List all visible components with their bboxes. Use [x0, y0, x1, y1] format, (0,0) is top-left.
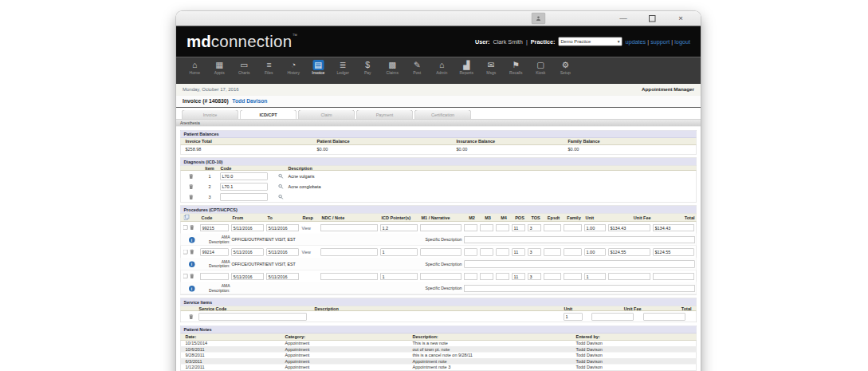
info-icon[interactable]: i: [189, 237, 195, 243]
procedure-to-date-input[interactable]: [267, 224, 299, 231]
m1-narrative-input[interactable]: [421, 273, 461, 280]
tab-invoice[interactable]: Invoice: [182, 110, 238, 120]
toolbar-item-history[interactable]: ◔ History: [282, 60, 305, 75]
unit-input[interactable]: [585, 273, 606, 280]
tos-input[interactable]: [528, 273, 541, 280]
toolbar-item-claims[interactable]: ▩ Claims: [381, 60, 404, 75]
m1-narrative-input[interactable]: [421, 248, 461, 255]
m2-input[interactable]: [465, 248, 477, 255]
tab-icd-cpt[interactable]: ICD/CPT: [240, 110, 297, 120]
procedure-from-date-input[interactable]: [232, 248, 264, 255]
appointment-manager-link[interactable]: Appointment Manager: [642, 87, 694, 93]
anesthesia-bar[interactable]: Anesthesia: [176, 119, 701, 127]
m2-input[interactable]: [465, 273, 477, 280]
tos-input[interactable]: [528, 248, 541, 255]
search-icon[interactable]: [278, 195, 284, 200]
resp-view-link[interactable]: View: [302, 226, 311, 231]
family-input[interactable]: [564, 273, 582, 280]
practice-select[interactable]: Demo Practice ▾: [558, 37, 622, 46]
copy-icon[interactable]: [184, 215, 190, 221]
toolbar-item-invoice[interactable]: ▤ Invoice: [307, 60, 330, 75]
trash-icon[interactable]: [190, 249, 195, 255]
toolbar-item-reports[interactable]: ▟ Reports: [455, 60, 478, 75]
toolbar-item-home[interactable]: ⌂ Home: [183, 60, 206, 75]
info-icon[interactable]: i: [189, 286, 195, 292]
pos-input[interactable]: [513, 224, 525, 231]
m1-narrative-input[interactable]: [421, 224, 461, 231]
epsdt-input[interactable]: [544, 224, 561, 231]
procedure-to-date-input[interactable]: [267, 248, 299, 255]
header-link-support[interactable]: support: [650, 38, 670, 45]
unit-input[interactable]: [585, 248, 606, 255]
procedure-checkbox[interactable]: [183, 274, 188, 278]
toolbar-item-ledger[interactable]: ≣ Ledger: [332, 60, 355, 75]
procedure-checkbox[interactable]: [183, 250, 188, 255]
icd-pointer-input[interactable]: [381, 248, 418, 255]
ndc-note-input[interactable]: [321, 273, 378, 280]
tab-payment[interactable]: Payment: [356, 110, 413, 120]
header-link-logout[interactable]: logout: [674, 38, 690, 45]
m4-input[interactable]: [497, 273, 509, 280]
trash-icon[interactable]: [188, 173, 194, 179]
toolbar-item-msgs[interactable]: ✉ Msgs: [480, 60, 503, 75]
restore-button[interactable]: [646, 14, 658, 24]
tab-claim[interactable]: Claim: [298, 110, 355, 120]
patient-note-row[interactable]: 10/6/2011 Appointment out of town pt. no…: [181, 346, 697, 353]
minimize-button[interactable]: —: [617, 14, 630, 24]
trash-icon[interactable]: [188, 314, 194, 320]
epsdt-input[interactable]: [544, 273, 561, 280]
procedure-code-input[interactable]: [201, 224, 229, 231]
specific-description-input[interactable]: [465, 260, 695, 267]
m4-input[interactable]: [497, 248, 509, 255]
patient-note-row[interactable]: 9/28/2011 Appointment this is a cancel n…: [181, 353, 697, 359]
procedure-to-date-input[interactable]: [267, 273, 299, 280]
service-unit-fee-input[interactable]: [592, 314, 634, 321]
procedure-checkbox[interactable]: [183, 225, 188, 230]
tab-certification[interactable]: Certification: [414, 110, 471, 120]
toolbar-item-recalls[interactable]: ⚑ Recalls: [505, 60, 528, 75]
procedure-code-input[interactable]: [201, 273, 229, 280]
trash-icon[interactable]: [188, 194, 194, 199]
patient-name-link[interactable]: Todd Davison: [232, 98, 267, 105]
patient-note-row[interactable]: 6/3/2011 Appointment Appointment note To…: [181, 358, 697, 365]
diagnosis-code-input[interactable]: [221, 193, 268, 200]
unit-input[interactable]: [585, 224, 606, 231]
icd-pointer-input[interactable]: [381, 224, 418, 231]
search-icon[interactable]: [278, 174, 284, 180]
search-icon[interactable]: [278, 184, 284, 190]
diagnosis-code-input[interactable]: [221, 183, 268, 190]
header-link-updates[interactable]: updates: [625, 38, 646, 45]
total-input[interactable]: [654, 224, 694, 231]
epsdt-input[interactable]: [544, 248, 561, 255]
close-button[interactable]: ×: [674, 14, 687, 24]
toolbar-item-files[interactable]: ≡ Files: [257, 60, 281, 75]
trash-icon[interactable]: [190, 225, 195, 231]
specific-description-input[interactable]: [465, 236, 695, 243]
resp-view-link[interactable]: View: [302, 250, 311, 255]
ndc-note-input[interactable]: [321, 248, 378, 255]
toolbar-item-post[interactable]: ✎ Post: [406, 60, 429, 75]
trash-icon[interactable]: [190, 274, 195, 279]
ndc-note-input[interactable]: [321, 224, 378, 231]
unit-fee-input[interactable]: [609, 224, 650, 231]
icd-pointer-input[interactable]: [381, 273, 418, 280]
total-input[interactable]: [654, 248, 694, 255]
procedure-from-date-input[interactable]: [232, 273, 264, 280]
service-unit-input[interactable]: [564, 314, 583, 321]
family-input[interactable]: [564, 224, 582, 231]
m3-input[interactable]: [481, 273, 493, 280]
patient-note-row[interactable]: 10/15/2014 Appointment This is a new not…: [181, 341, 697, 347]
toolbar-item-setup[interactable]: ⚙ Setup: [554, 60, 577, 75]
m4-input[interactable]: [497, 224, 509, 231]
family-input[interactable]: [564, 248, 582, 255]
unit-fee-input[interactable]: [609, 273, 650, 280]
m3-input[interactable]: [481, 248, 493, 255]
total-input[interactable]: [654, 273, 694, 280]
patient-note-row[interactable]: 1/12/2011 Appointment Appointment note 3…: [181, 365, 697, 371]
pos-input[interactable]: [513, 248, 525, 255]
toolbar-item-appts[interactable]: ▦ Appts: [208, 60, 231, 75]
toolbar-item-pay[interactable]: $ Pay: [356, 60, 379, 75]
toolbar-item-kiosk[interactable]: ▢ Kiosk: [529, 60, 552, 75]
procedure-code-input[interactable]: [201, 248, 229, 255]
service-code-input[interactable]: [199, 314, 307, 321]
